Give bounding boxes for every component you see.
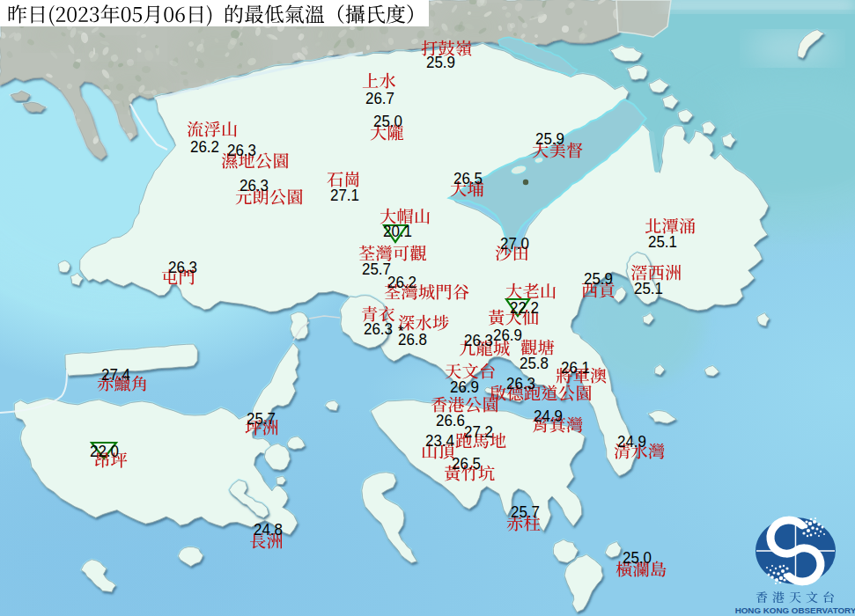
svg-text:26.3: 26.3 xyxy=(227,141,256,159)
svg-text:26.9: 26.9 xyxy=(493,326,522,344)
svg-text:26.1: 26.1 xyxy=(561,358,590,377)
svg-text:26.2: 26.2 xyxy=(387,273,416,291)
svg-text:26.3: 26.3 xyxy=(364,319,393,338)
svg-text:26.9: 26.9 xyxy=(450,378,479,396)
svg-text:24.8: 24.8 xyxy=(254,520,283,539)
svg-text:25.9: 25.9 xyxy=(535,129,564,148)
svg-text:26.7: 26.7 xyxy=(365,89,394,107)
svg-text:27.4: 27.4 xyxy=(101,365,130,384)
svg-text:27.2: 27.2 xyxy=(464,422,493,441)
svg-text:HONG KONG OBSERVATORY: HONG KONG OBSERVATORY xyxy=(735,605,855,615)
svg-text:26.5: 26.5 xyxy=(452,454,481,473)
svg-text:25.1: 25.1 xyxy=(648,232,677,251)
svg-text:26.6: 26.6 xyxy=(436,411,465,429)
svg-text:20.1: 20.1 xyxy=(383,222,412,240)
svg-text:26.2: 26.2 xyxy=(190,137,219,156)
svg-text:27.1: 27.1 xyxy=(330,186,359,204)
svg-text:25.7: 25.7 xyxy=(247,409,276,428)
svg-text:27.0: 27.0 xyxy=(500,234,529,253)
svg-text:25.8: 25.8 xyxy=(520,354,549,372)
svg-text:25.7: 25.7 xyxy=(511,502,540,521)
svg-text:26.3: 26.3 xyxy=(506,374,535,392)
svg-text:25.1: 25.1 xyxy=(634,279,663,297)
svg-text:25.0: 25.0 xyxy=(373,112,402,130)
svg-text:25.0: 25.0 xyxy=(623,548,652,567)
svg-text:24.9: 24.9 xyxy=(534,407,563,425)
svg-text:24.9: 24.9 xyxy=(617,432,646,451)
svg-text:26.5: 26.5 xyxy=(453,169,483,187)
svg-text:22.2: 22.2 xyxy=(510,298,539,317)
svg-text:26.3: 26.3 xyxy=(464,331,493,349)
svg-text:22.0: 22.0 xyxy=(90,442,119,460)
svg-text:25.9: 25.9 xyxy=(584,269,613,288)
svg-text:26.3: 26.3 xyxy=(168,258,197,276)
svg-text:*: * xyxy=(398,323,404,340)
svg-text:26.3: 26.3 xyxy=(240,176,269,194)
svg-text:25.9: 25.9 xyxy=(426,53,455,71)
svg-text:23.4: 23.4 xyxy=(425,431,454,450)
